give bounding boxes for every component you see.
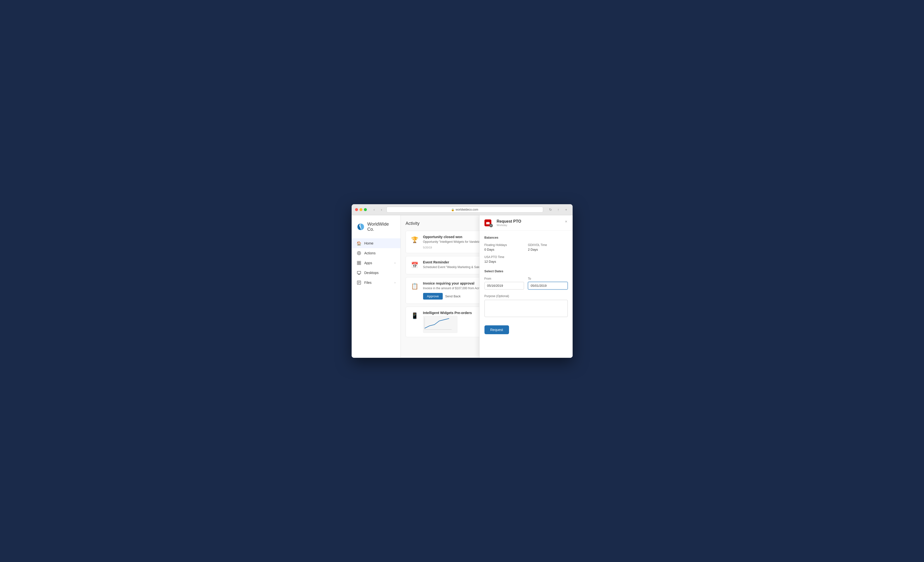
floating-holidays-label: Floating Holidays: [484, 243, 524, 247]
main-content: Activity Relevancy 🏆 Opportunity closed …: [401, 215, 573, 358]
nav-items: 🏠 Home Actions: [352, 238, 400, 287]
select-dates-section: Select Dates From To: [484, 269, 568, 290]
pto-panel-body: Balances Floating Holidays 0 Days GDI/VO…: [480, 231, 573, 358]
usa-pto-value: 12 Days: [484, 260, 524, 263]
svg-rect-4: [357, 263, 359, 264]
traffic-lights: [355, 208, 367, 211]
preorders-chart: [423, 316, 458, 333]
svg-rect-2: [357, 261, 359, 263]
activity-title: Activity: [406, 221, 420, 226]
apps-icon: [357, 260, 362, 265]
maximize-window-button[interactable]: [364, 208, 367, 211]
svg-point-1: [358, 252, 360, 254]
sidebar-item-actions-label: Actions: [364, 251, 396, 255]
calendar-icon: 📅: [410, 260, 420, 270]
sidebar-item-desktops-label: Desktops: [364, 271, 396, 275]
pto-panel-header: + Request PTO Workday ×: [480, 215, 573, 231]
pto-panel-subtitle: Workday: [497, 224, 521, 227]
back-button[interactable]: ‹: [371, 207, 377, 213]
balance-usa-pto: USA PTO Time 12 Days: [484, 255, 524, 263]
invoice-icon: 📋: [410, 281, 420, 291]
app-content: WorldWide Co. 🏠 Home Actions: [352, 215, 573, 358]
date-fields: From To: [484, 277, 568, 290]
browser-actions: ↻ ↑ +: [548, 207, 569, 213]
trophy-icon: 🏆: [410, 235, 420, 245]
share-button[interactable]: ↑: [555, 207, 561, 213]
floating-holidays-value: 0 Days: [484, 248, 524, 251]
sidebar-item-files-label: Files: [364, 281, 392, 284]
actions-icon: [357, 251, 362, 255]
svg-rect-6: [357, 271, 361, 274]
date-to-field: To: [528, 277, 568, 290]
send-back-button[interactable]: Send Back: [445, 295, 460, 298]
browser-navigation: ‹ ›: [371, 207, 384, 213]
files-icon: [357, 280, 362, 285]
add-tab-button[interactable]: +: [563, 207, 569, 213]
minimize-window-button[interactable]: [360, 208, 362, 211]
sidebar-item-files[interactable]: Files ›: [352, 278, 400, 287]
logo-icon: [357, 222, 365, 231]
balance-gdi-vol: GDI/VOL Time 2 Days: [528, 243, 568, 251]
purpose-section: Purpose (Optional): [484, 295, 568, 318]
balance-floating-holidays: Floating Holidays 0 Days: [484, 243, 524, 251]
select-dates-title: Select Dates: [484, 269, 568, 273]
sidebar: WorldWide Co. 🏠 Home Actions: [352, 215, 401, 358]
svg-rect-17: [486, 222, 490, 223]
browser-titlebar: ‹ › 🔒 worldwideco.com ↻ ↑ +: [352, 204, 573, 215]
svg-rect-3: [359, 261, 361, 263]
browser-window: ‹ › 🔒 worldwideco.com ↻ ↑ + WorldWide Co…: [352, 204, 573, 358]
purpose-label: Purpose (Optional): [484, 295, 568, 298]
gdi-vol-value: 2 Days: [528, 248, 568, 251]
sidebar-item-home-label: Home: [364, 241, 396, 245]
date-from-input[interactable]: [484, 282, 524, 290]
pto-title-area: Request PTO Workday: [497, 219, 521, 227]
sidebar-item-home[interactable]: 🏠 Home: [352, 238, 400, 248]
files-chevron-icon: ›: [394, 281, 396, 284]
request-button[interactable]: Request: [484, 325, 509, 334]
balances-section-title: Balances: [484, 236, 568, 239]
pto-panel-title: Request PTO: [497, 219, 521, 224]
preorders-icon: 📱: [410, 311, 420, 321]
date-to-input[interactable]: [528, 282, 568, 290]
logo-area: WorldWide Co.: [352, 218, 400, 236]
approve-button[interactable]: Approve: [423, 293, 443, 299]
date-from-label: From: [484, 277, 524, 280]
gdi-vol-label: GDI/VOL Time: [528, 243, 568, 247]
workday-plus-icon: +: [489, 224, 493, 227]
forward-button[interactable]: ›: [379, 207, 384, 213]
pto-panel: + Request PTO Workday × Balances Floatin…: [479, 215, 573, 358]
home-icon: 🏠: [357, 241, 362, 246]
usa-pto-label: USA PTO Time: [484, 255, 524, 259]
pto-close-button[interactable]: ×: [564, 219, 569, 224]
svg-point-0: [357, 251, 361, 255]
desktops-icon: [357, 270, 362, 275]
purpose-textarea[interactable]: [484, 300, 568, 317]
sidebar-item-apps[interactable]: Apps ›: [352, 258, 400, 268]
url-text: worldwideco.com: [456, 208, 478, 211]
svg-rect-5: [359, 263, 361, 264]
sidebar-item-apps-label: Apps: [364, 261, 392, 265]
date-to-label: To: [528, 277, 568, 280]
apps-chevron-icon: ›: [394, 261, 396, 264]
sidebar-item-desktops[interactable]: Desktops: [352, 268, 400, 278]
logo-text: WorldWide Co.: [368, 222, 396, 232]
refresh-button[interactable]: ↻: [548, 207, 554, 213]
address-bar[interactable]: 🔒 worldwideco.com: [387, 207, 543, 213]
balances-grid: Floating Holidays 0 Days GDI/VOL Time 2 …: [484, 243, 568, 263]
close-window-button[interactable]: [355, 208, 358, 211]
sidebar-item-actions[interactable]: Actions: [352, 248, 400, 258]
date-from-field: From: [484, 277, 524, 290]
